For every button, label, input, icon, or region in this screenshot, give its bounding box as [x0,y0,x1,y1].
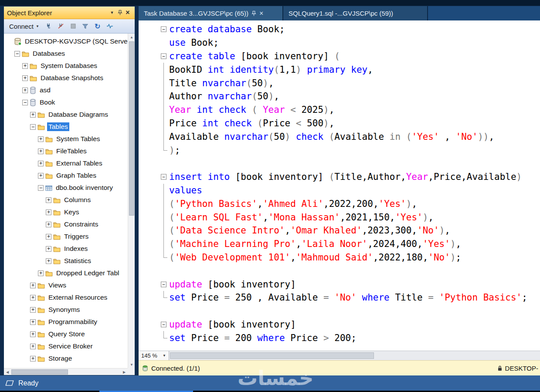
code-line[interactable]: ('Machine Learning Pro','Laila Noor',202… [139,237,540,251]
pin-icon[interactable] [116,9,124,17]
code-line[interactable]: use Book; [139,36,540,50]
code-line[interactable]: −create database Book; [139,23,540,36]
sql-editor[interactable]: −create database Book;use Book;−create t… [139,20,540,351]
expand-icon[interactable]: + [46,210,51,215]
editor-horizontal-scrollbar[interactable] [169,351,540,360]
close-icon[interactable]: × [259,10,263,17]
refresh-icon[interactable]: ↻ [93,22,102,30]
expand-icon[interactable]: + [22,63,28,69]
code-line[interactable]: Title nvarchar(50), [139,76,540,90]
collapse-icon[interactable]: − [30,124,36,130]
connect-plug-icon[interactable] [44,22,53,30]
tree-item-tables[interactable]: −Tables [4,121,128,133]
code-line[interactable]: Year int check ( Year < 2025), [139,103,540,117]
code-line[interactable] [139,264,540,277]
tree-item-columns[interactable]: +Columns [4,194,128,206]
expand-icon[interactable]: + [38,149,44,154]
expand-icon[interactable]: + [38,173,44,179]
code-line[interactable]: −create table [book inventory] ( [139,50,540,63]
tree-item-indexes[interactable]: +Indexes [4,243,128,255]
code-line[interactable]: set Price = 250 , Available = 'No' where… [139,291,540,304]
code-line[interactable]: ('Learn SQL Fast','Mona Hassan',2021,150… [139,210,540,224]
tree-horizontal-scrollbar[interactable]: ◀ ▶ [4,368,128,375]
activity-monitor-icon[interactable] [105,22,114,30]
scroll-down-icon[interactable]: ▼ [128,361,135,368]
tree-item-dropped-ledger-tabl[interactable]: +Dropped Ledger Tabl [4,267,128,279]
expand-icon[interactable]: + [30,307,36,313]
expand-icon[interactable]: + [30,331,36,337]
tree-item-storage[interactable]: +Storage [4,352,128,365]
tree-item-desktop-kgvjscp-sql-server[interactable]: DESKTOP-KGVJSCP (SQL Server [4,35,128,47]
code-line[interactable]: Price int check (Price < 500), [139,117,540,130]
code-line[interactable]: ('Data Science Intro','Omar Khaled',2023… [139,224,540,237]
scroll-right-icon[interactable]: ▶ [121,368,128,375]
expand-icon[interactable]: + [30,319,36,325]
expand-icon[interactable]: + [30,344,36,349]
expand-icon[interactable]: + [30,283,36,288]
code-line[interactable] [139,157,540,170]
tree-item-views[interactable]: +Views [4,279,128,291]
document-tab[interactable]: SQLQuery1.sql -...GVJSCP\pc (59)) [283,6,427,20]
code-line[interactable]: set Price = 200 where Price > 200; [139,331,540,345]
filter-icon[interactable] [81,22,90,30]
collapse-icon[interactable]: − [22,100,28,105]
code-line[interactable]: ('Web Development 101','Mahmoud Said',20… [139,251,540,264]
scrollbar-thumb[interactable] [170,352,374,359]
expand-icon[interactable]: + [22,88,28,93]
document-tab[interactable]: Task Database 3...GVJSCP\pc (65))× [139,6,282,20]
scroll-up-icon[interactable]: ▲ [128,34,135,41]
expand-icon[interactable]: + [30,295,36,301]
tree-item-dbo-book-inventory[interactable]: −dbo.book inventory [4,182,128,194]
code-line[interactable]: values [139,184,540,197]
scrollbar-thumb[interactable] [11,369,68,375]
expand-icon[interactable]: + [46,234,51,240]
tree-item-filetables[interactable]: +FileTables [4,145,128,157]
tree-item-system-tables[interactable]: +System Tables [4,133,128,145]
fold-collapse-icon[interactable]: − [160,318,169,331]
stop-icon[interactable] [69,22,78,30]
tree-item-constraints[interactable]: +Constraints [4,218,128,230]
tree-item-external-tables[interactable]: +External Tables [4,157,128,169]
scrollbar-thumb[interactable] [129,41,134,216]
expand-icon[interactable]: + [38,161,44,166]
code-line[interactable]: −insert into [book inventory] (Title,Aut… [139,170,540,184]
tree-item-synonyms[interactable]: +Synonyms [4,304,128,316]
code-line[interactable]: ); [139,143,540,157]
collapse-icon[interactable]: − [38,185,44,191]
fold-collapse-icon[interactable]: − [160,170,169,184]
code-line[interactable]: −update [book inventory] [139,318,540,331]
tree-item-statistics[interactable]: +Statistics [4,255,128,267]
disconnect-plug-icon[interactable] [57,22,65,30]
code-line[interactable]: ('Python Basics','Ahmed Ali',2022,200,'Y… [139,197,540,210]
tree-item-external-resources[interactable]: +External Resources [4,291,128,304]
expand-icon[interactable]: + [46,222,51,227]
object-explorer-header[interactable]: Object Explorer ▼ × [4,7,135,19]
pin-icon[interactable] [251,10,256,17]
code-line[interactable]: Available nvarchar(50) check (Available … [139,130,540,143]
tree-item-databases[interactable]: −Databases [4,47,128,60]
expand-icon[interactable]: + [30,112,36,118]
scroll-left-icon[interactable]: ◀ [4,368,11,375]
tree-item-graph-tables[interactable]: +Graph Tables [4,169,128,182]
tree-item-system-databases[interactable]: +System Databases [4,60,128,72]
tree-item-query-store[interactable]: +Query Store [4,328,128,340]
window-position-icon[interactable]: ▼ [108,9,116,17]
expand-icon[interactable]: + [38,270,44,276]
close-icon[interactable]: × [124,9,132,17]
expand-icon[interactable]: + [38,136,44,142]
fold-collapse-icon[interactable]: − [160,50,169,63]
expand-icon[interactable]: + [46,246,51,252]
tree-item-asd[interactable]: +asd [4,84,128,96]
code-line[interactable] [139,304,540,318]
expand-icon[interactable]: + [30,356,36,362]
expand-icon[interactable]: + [46,258,51,264]
expand-icon[interactable]: + [46,197,51,203]
collapse-icon[interactable]: − [14,51,20,57]
zoom-selector[interactable]: 145 % ▼ [139,351,169,360]
expand-icon[interactable]: + [22,75,28,81]
code-line[interactable]: BookID int identity(1,1) primary key, [139,63,540,76]
connect-button[interactable]: Connect ▼ [7,22,41,31]
fold-collapse-icon[interactable]: − [160,277,169,291]
code-line[interactable]: Author nvarchar(50), [139,90,540,103]
tree-item-database-snapshots[interactable]: +Database Snapshots [4,72,128,84]
